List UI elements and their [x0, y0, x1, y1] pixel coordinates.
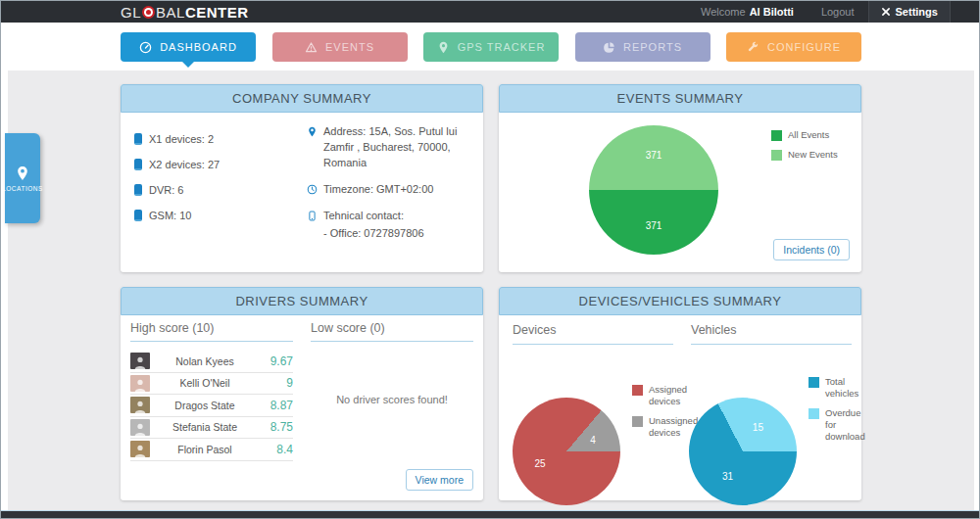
vehicles-pie-chart: 3115 — [689, 398, 797, 505]
high-score-list: Nolan Kyees 9.67 Kelli O'Neil 9 Dragos S… — [130, 351, 293, 461]
mobile-phone-icon — [307, 210, 318, 222]
legend-swatch — [808, 408, 819, 419]
avatar — [130, 419, 150, 436]
contact-office: - Office: 0727897806 — [323, 226, 479, 242]
events-pie-chart: 371371 — [589, 125, 718, 255]
devices-vehicles-summary-panel: DEVICES/VEHICLES SUMMARY Devices Vehicle… — [499, 287, 861, 500]
top-bar: GL BAL CENTER WelcomeAl Bilotti Logout S… — [1, 1, 979, 23]
location-pin-icon — [15, 165, 30, 181]
nav-tabs: DASHBOARD EVENTS GPS TRACKER REPORTS CON… — [121, 32, 861, 62]
pie-value-label: 4 — [590, 434, 596, 445]
tools-icon — [881, 7, 891, 17]
pie-value-label: 371 — [646, 150, 662, 161]
nav-bar: DASHBOARD EVENTS GPS TRACKER REPORTS CON… — [1, 23, 979, 71]
driver-name: Kelli O'Neil — [150, 377, 260, 389]
logo-text-bal: BAL — [156, 4, 185, 21]
pie-icon — [603, 41, 615, 54]
settings-button[interactable]: Settings — [868, 1, 951, 23]
tab-gps-tracker[interactable]: GPS TRACKER — [423, 32, 559, 62]
clock-icon — [307, 183, 318, 196]
legend-item: Unassigned devices — [632, 415, 691, 439]
wrench-icon — [747, 41, 760, 54]
driver-name: Nolan Kyees — [150, 355, 260, 367]
locations-label: LOCATIONS — [2, 185, 43, 192]
driver-row[interactable]: Nolan Kyees 9.67 — [130, 351, 293, 373]
legend-swatch — [632, 416, 643, 427]
legend-swatch — [808, 377, 819, 388]
legend-swatch — [632, 385, 643, 396]
device-count-item: X2 devices: 27 — [134, 152, 220, 177]
device-icon — [134, 184, 142, 196]
driver-score: 8.4 — [260, 443, 293, 456]
driver-row[interactable]: Dragos State 8.87 — [130, 395, 293, 417]
device-count-item: GSM: 10 — [134, 203, 220, 228]
devices-legend: Assigned devices Unassigned devices — [632, 384, 691, 439]
high-score-label: High score (10) — [130, 321, 293, 342]
devices-label: Devices — [513, 323, 673, 345]
device-count-list: X1 devices: 2 X2 devices: 27 DVR: 6 GSM:… — [134, 126, 220, 228]
view-more-button[interactable]: View more — [406, 469, 473, 491]
location-pin-icon — [307, 125, 318, 138]
panel-title: COMPANY SUMMARY — [121, 84, 483, 113]
panel-title: EVENTS SUMMARY — [499, 84, 861, 113]
incidents-button[interactable]: Incidents (0) — [773, 239, 850, 260]
events-legend: All Events New Events — [771, 129, 838, 161]
driver-score: 9.67 — [260, 354, 293, 368]
driver-row[interactable]: Kelli O'Neil 9 — [130, 373, 293, 396]
avatar — [130, 375, 150, 392]
warning-icon — [305, 41, 318, 54]
pie-value-label: 31 — [722, 471, 733, 482]
gauge-icon — [139, 41, 152, 54]
device-icon — [134, 133, 142, 145]
logo-text-center: CENTER — [185, 4, 249, 21]
device-count-item: X1 devices: 2 — [134, 126, 220, 152]
driver-name: Stefania State — [150, 421, 260, 433]
driver-score: 8.87 — [260, 399, 293, 412]
driver-score: 9 — [260, 376, 293, 390]
driver-name: Dragos State — [150, 400, 260, 411]
driver-row[interactable]: Florin Pasol 8.4 — [130, 439, 293, 461]
driver-name: Florin Pasol — [150, 444, 260, 455]
device-icon — [134, 159, 142, 170]
avatar — [130, 397, 150, 413]
driver-score: 8.75 — [260, 420, 293, 434]
tab-events[interactable]: EVENTS — [272, 32, 408, 62]
panel-title: DEVICES/VEHICLES SUMMARY — [499, 287, 861, 315]
legend-item: Total vehicles — [808, 376, 859, 400]
logo-text-gl: GL — [121, 4, 141, 21]
vehicles-legend: Total vehicles Overdue for download — [808, 376, 859, 442]
app-window: GL BAL CENTER WelcomeAl Bilotti Logout S… — [0, 0, 980, 519]
tab-configure[interactable]: CONFIGURE — [726, 32, 861, 62]
device-count-item: DVR: 6 — [134, 177, 220, 203]
logout-link[interactable]: Logout — [808, 1, 868, 23]
company-summary-panel: COMPANY SUMMARY X1 devices: 2 X2 devices… — [121, 84, 483, 272]
locations-side-tab[interactable]: LOCATIONS — [5, 133, 40, 223]
pie-value-label: 15 — [753, 421, 763, 432]
legend-item: Overdue for download — [808, 407, 859, 443]
legend-item: All Events — [771, 129, 838, 141]
footer-bar — [1, 510, 979, 518]
top-bar-right: WelcomeAl Bilotti Logout Settings — [687, 1, 951, 23]
drivers-summary-panel: DRIVERS SUMMARY High score (10) Low scor… — [121, 287, 483, 500]
devices-pie-chart: 254 — [513, 398, 620, 505]
driver-row[interactable]: Stefania State 8.75 — [130, 417, 293, 440]
vehicles-label: Vehicles — [691, 323, 852, 345]
no-scores-message: No driver scores found! — [311, 394, 473, 405]
panel-title: DRIVERS SUMMARY — [121, 287, 483, 315]
app-logo: GL BAL CENTER — [121, 1, 249, 23]
tab-dashboard[interactable]: DASHBOARD — [121, 32, 256, 62]
avatar — [130, 353, 150, 369]
address-row: Address: 15A, Sos. Putul lui Zamfir , Bu… — [307, 124, 479, 171]
avatar — [130, 441, 150, 457]
target-logo-icon — [142, 6, 155, 19]
welcome-text: WelcomeAl Bilotti — [687, 1, 808, 23]
tab-reports[interactable]: REPORTS — [575, 32, 710, 62]
legend-item: New Events — [771, 149, 838, 161]
legend-swatch — [771, 150, 782, 161]
device-icon — [134, 210, 142, 221]
pie-value-label: 371 — [646, 219, 662, 230]
events-summary-panel: EVENTS SUMMARY 371371 All Events New Eve… — [499, 84, 861, 272]
username: Al Bilotti — [750, 6, 794, 18]
pie-value-label: 25 — [534, 458, 545, 469]
legend-item: Assigned devices — [632, 384, 691, 407]
